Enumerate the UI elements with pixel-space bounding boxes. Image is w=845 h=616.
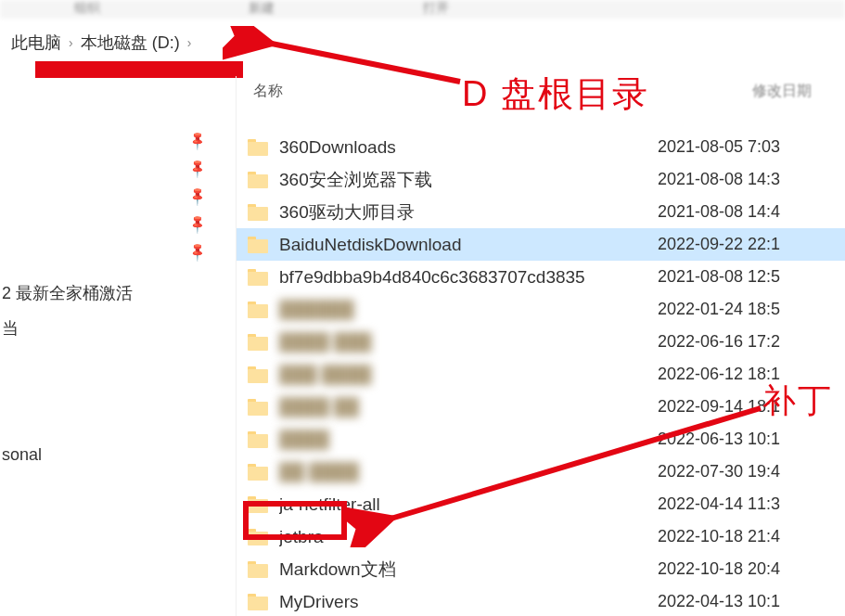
file-row[interactable]: ███ ████2022-06-12 18:1: [237, 358, 845, 391]
folder-icon: [248, 561, 268, 578]
file-name: Markdown文档: [279, 558, 658, 582]
file-name: ████ ███: [279, 332, 658, 353]
file-name: ja-netfilter-all: [279, 494, 658, 515]
file-list: 360Downloads2021-08-05 7:03360安全浏览器下载202…: [237, 131, 845, 616]
file-name: MyDrivers: [279, 592, 658, 612]
folder-icon: [248, 399, 268, 416]
folder-icon: [248, 334, 268, 351]
chevron-right-icon: ›: [187, 35, 192, 50]
file-date: 2022-09-14 18:1: [658, 397, 834, 417]
file-name: ████: [279, 430, 658, 450]
sidebar-item[interactable]: sonal: [0, 442, 236, 468]
file-row[interactable]: ██████2022-01-24 18:5: [237, 293, 845, 326]
file-row[interactable]: Markdown文档2022-10-18 20:4: [237, 553, 845, 585]
file-row[interactable]: bf7e9dbba9b4d840c6c3683707cd38352021-08-…: [237, 261, 845, 293]
folder-icon: [248, 366, 268, 383]
file-name: ██ ████: [279, 462, 658, 482]
file-row[interactable]: 360Downloads2021-08-05 7:03: [237, 131, 845, 163]
column-date-header[interactable]: 修改日期: [752, 82, 812, 101]
file-date: 2022-09-22 22:1: [658, 235, 834, 254]
toolbar-blur: 组织 新建 打开: [0, 0, 845, 19]
sidebar-item[interactable]: 2 最新全家桶激活: [0, 278, 236, 308]
file-date: 2022-04-14 11:3: [658, 494, 834, 514]
folder-icon: [248, 269, 268, 286]
file-name: 360安全浏览器下载: [279, 168, 658, 192]
chevron-right-icon: ›: [69, 35, 73, 50]
file-name: BaiduNetdiskDownload: [279, 235, 658, 255]
folder-icon: [248, 204, 268, 221]
sidebar-item[interactable]: 当: [0, 314, 236, 343]
folder-icon: [248, 594, 268, 610]
file-row[interactable]: MyDrivers2022-04-13 10:1: [237, 585, 845, 616]
file-date: 2022-10-18 20:4: [658, 559, 834, 579]
file-row[interactable]: ████ ███2022-06-16 17:2: [237, 326, 845, 358]
file-name: ███ ████: [279, 365, 658, 385]
folder-icon: [248, 431, 268, 448]
breadcrumb-drive-d[interactable]: 本地磁盘 (D:): [75, 30, 186, 56]
file-name: bf7e9dbba9b4d840c6c3683707cd3835: [279, 267, 658, 288]
file-date: 2022-06-12 18:1: [658, 365, 834, 384]
file-name: jetbra: [279, 527, 658, 547]
folder-icon: [248, 302, 268, 318]
file-row[interactable]: jetbra2022-10-18 21:4: [237, 520, 845, 553]
file-row[interactable]: ja-netfilter-all2022-04-14 11:3: [237, 488, 845, 520]
folder-icon: [248, 172, 268, 188]
file-row[interactable]: 360驱动大师目录2021-08-08 14:4: [237, 196, 845, 228]
column-name-header[interactable]: 名称: [248, 82, 834, 101]
file-row[interactable]: BaiduNetdiskDownload2022-09-22 22:1: [237, 228, 845, 261]
file-row[interactable]: ████2022-06-13 10:1: [237, 423, 845, 456]
folder-icon: [248, 139, 268, 156]
file-row[interactable]: 360安全浏览器下载2021-08-08 14:3: [237, 163, 845, 196]
file-date: 2022-10-18 21:4: [658, 527, 834, 546]
file-row[interactable]: ████ ██2022-09-14 18:1: [237, 391, 845, 423]
file-name: 360驱动大师目录: [279, 200, 658, 225]
breadcrumb-this-pc[interactable]: 此电脑: [6, 30, 67, 56]
file-date: 2021-08-08 14:3: [658, 170, 834, 189]
sidebar: 2 最新全家桶激活 当 sonal: [0, 111, 236, 474]
file-name: 360Downloads: [279, 137, 658, 158]
folder-icon: [248, 237, 268, 253]
file-date: 2022-06-16 17:2: [658, 332, 834, 352]
folder-icon: [248, 529, 268, 545]
file-date: 2021-08-05 7:03: [658, 137, 834, 157]
file-date: 2022-04-13 10:1: [658, 592, 834, 611]
breadcrumb: 此电脑 › 本地磁盘 (D:) ›: [0, 28, 845, 58]
redaction-bar: [35, 61, 243, 78]
file-name: ██████: [279, 300, 658, 320]
file-row[interactable]: ██ ████2022-07-30 19:4: [237, 456, 845, 488]
file-pane: 名称 360Downloads2021-08-05 7:03360安全浏览器下载…: [236, 76, 845, 616]
folder-icon: [248, 496, 268, 513]
file-date: 2021-08-08 14:4: [658, 202, 834, 222]
file-date: 2022-07-30 19:4: [658, 462, 834, 481]
file-date: 2021-08-08 12:5: [658, 267, 834, 287]
file-date: 2022-01-24 18:5: [658, 300, 834, 319]
file-name: ████ ██: [279, 397, 658, 417]
file-date: 2022-06-13 10:1: [658, 430, 834, 449]
folder-icon: [248, 464, 268, 481]
